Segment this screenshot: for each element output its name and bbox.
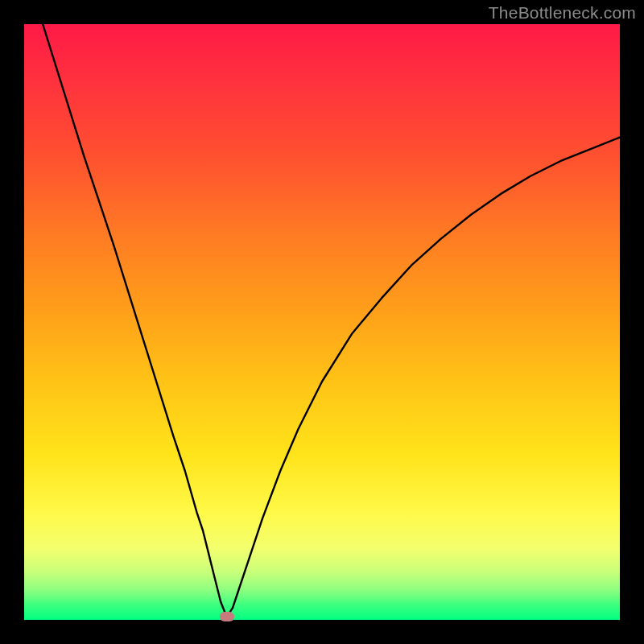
- curve-svg: [24, 24, 620, 620]
- bottleneck-curve: [24, 0, 620, 617]
- plot-area: [24, 24, 620, 620]
- chart-frame: TheBottleneck.com: [0, 0, 644, 644]
- optimal-point-marker: [220, 612, 234, 621]
- watermark-text: TheBottleneck.com: [489, 3, 636, 23]
